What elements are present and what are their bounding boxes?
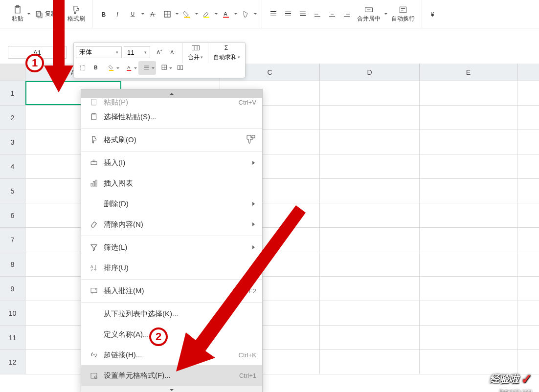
row-header-2[interactable]: 2	[0, 106, 25, 130]
italic-icon[interactable]: I	[112, 8, 124, 20]
mini-fill-icon[interactable]	[103, 61, 121, 75]
ctx-item-17[interactable]: 设置单元格格式(F)...Ctrl+1	[81, 365, 262, 386]
underline-dropdown[interactable]	[140, 0, 145, 28]
cell-D4[interactable]	[320, 154, 420, 178]
cell-E3[interactable]	[420, 130, 517, 154]
column-header-D[interactable]: D	[320, 64, 420, 81]
cell-E6[interactable]	[420, 203, 517, 227]
font-family-select[interactable]: 宋体▾	[76, 46, 122, 58]
row-header-8[interactable]: 8	[0, 252, 25, 276]
ctx-item-10[interactable]: AZ排序(U)	[81, 258, 262, 278]
highlight-dropdown[interactable]	[214, 0, 219, 28]
strike-icon[interactable]: A	[147, 8, 158, 20]
align-left-icon[interactable]	[312, 8, 323, 20]
format-painter-button[interactable]: 格式刷	[65, 3, 88, 25]
ctx-item-16[interactable]: 超链接(H)...Ctrl+K	[81, 345, 262, 365]
paste-dropdown[interactable]	[26, 0, 31, 28]
copy-dropdown[interactable]	[60, 0, 65, 28]
mini-font-color-icon[interactable]: A	[121, 61, 138, 75]
currency-icon[interactable]: ¥	[427, 8, 439, 20]
wrap-button[interactable]: 自动换行	[388, 3, 418, 25]
paste-button[interactable]: 粘贴	[9, 3, 26, 25]
grow-font-icon[interactable]: A+	[153, 45, 167, 59]
cell-D5[interactable]	[320, 179, 420, 203]
cell-D9[interactable]	[320, 277, 420, 301]
align-center-icon[interactable]	[326, 8, 338, 20]
row-header-4[interactable]: 4	[0, 154, 25, 178]
ctx-item-4[interactable]: 插入(I)	[81, 152, 262, 173]
ctx-item-12[interactable]: +插入批注(M)Shift+F2	[81, 281, 262, 301]
row-header-12[interactable]: 12	[0, 350, 25, 374]
mini-select-icon[interactable]	[76, 61, 90, 75]
cell-E12[interactable]	[420, 350, 517, 374]
ctx-scroll-down[interactable]	[81, 386, 262, 392]
cell-E2[interactable]	[420, 106, 517, 130]
shrink-font-icon[interactable]: A-	[167, 45, 180, 59]
align-top-icon[interactable]	[268, 8, 279, 20]
copy-button[interactable]: 复制	[31, 7, 60, 21]
ribbon-group-font: B I U A A	[92, 0, 262, 28]
cell-D8[interactable]	[320, 252, 420, 276]
cell-E9[interactable]	[420, 277, 517, 301]
mini-merge-button[interactable]: 合并▾	[185, 43, 206, 63]
highlight-icon[interactable]	[201, 8, 212, 20]
ctx-item-5[interactable]: 插入图表	[81, 173, 262, 194]
ctx-item-0[interactable]: 选择性粘贴(S)...	[81, 107, 262, 127]
cell-D10[interactable]	[320, 301, 420, 325]
font-size-select[interactable]: 11▾	[124, 46, 150, 58]
cell-E7[interactable]	[420, 228, 517, 252]
clear-icon[interactable]	[240, 8, 251, 20]
cell-E4[interactable]	[420, 154, 517, 178]
row-header-6[interactable]: 6	[0, 203, 25, 227]
cell-D12[interactable]	[320, 350, 420, 374]
fill-icon[interactable]	[181, 8, 193, 20]
clear-dropdown[interactable]	[253, 0, 258, 28]
font-color-icon[interactable]: A	[220, 8, 232, 20]
mini-format-icon[interactable]	[174, 61, 187, 75]
cell-E1[interactable]	[420, 81, 517, 105]
ctx-scroll-up[interactable]	[81, 89, 262, 98]
row-header-9[interactable]: 9	[0, 277, 25, 301]
select-all-corner[interactable]	[0, 64, 25, 81]
merge-center-dropdown[interactable]	[383, 0, 388, 28]
row-header-3[interactable]: 3	[0, 130, 25, 154]
cell-E11[interactable]	[420, 326, 517, 349]
align-middle-icon[interactable]	[282, 8, 294, 20]
row-header-1[interactable]: 1	[0, 81, 25, 105]
cell-D2[interactable]	[320, 106, 420, 130]
cell-E5[interactable]	[420, 179, 517, 203]
row-header-11[interactable]: 11	[0, 326, 25, 349]
mini-autosum-button[interactable]: Σ 自动求和▾	[210, 43, 243, 63]
align-right-icon[interactable]	[341, 8, 353, 20]
ctx-item-14[interactable]: 从下拉列表中选择(K)...	[81, 304, 262, 324]
ctx-item-9[interactable]: 筛选(L)	[81, 237, 262, 258]
border-icon[interactable]	[161, 8, 173, 20]
ctx-item-6[interactable]: 删除(D)	[81, 194, 262, 214]
cell-D3[interactable]	[320, 130, 420, 154]
border-dropdown[interactable]	[175, 0, 180, 28]
cell-D11[interactable]	[320, 326, 420, 349]
cell-D6[interactable]	[320, 203, 420, 227]
ctx-item-paste-peek[interactable]: 粘贴(P) Ctrl+V	[81, 98, 262, 107]
underline-icon[interactable]: U	[127, 8, 139, 20]
ctx-item-7[interactable]: 清除内容(N)	[81, 214, 262, 235]
align-bottom-icon[interactable]	[297, 8, 309, 20]
ctx-item-15[interactable]: 定义名称(A)...	[81, 324, 262, 345]
cell-D1[interactable]	[320, 81, 420, 105]
merge-center-button[interactable]: 合并居中	[354, 3, 383, 25]
fill-dropdown[interactable]	[194, 0, 199, 28]
bold-icon[interactable]: B	[98, 8, 110, 20]
row-header-5[interactable]: 5	[0, 179, 25, 203]
cell-E8[interactable]	[420, 252, 517, 276]
font-color-dropdown[interactable]	[233, 0, 238, 28]
column-header-E[interactable]: E	[420, 64, 517, 81]
row-header-10[interactable]: 10	[0, 301, 25, 325]
mini-bold-icon[interactable]: B	[90, 61, 103, 75]
row-header-7[interactable]: 7	[0, 228, 25, 252]
cell-D7[interactable]	[320, 228, 420, 252]
mini-border-icon[interactable]	[156, 61, 174, 75]
ctx-item-2[interactable]: 格式刷(O)	[81, 130, 262, 150]
cell-E10[interactable]	[420, 301, 517, 325]
mini-align-icon[interactable]	[138, 61, 156, 75]
svg-rect-43	[192, 45, 199, 50]
